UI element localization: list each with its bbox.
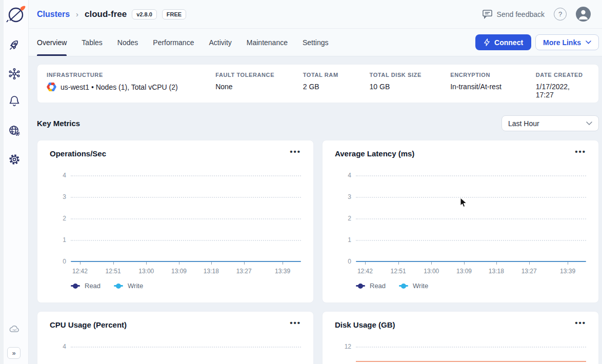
feedback-bubble-icon	[482, 9, 493, 19]
legend-write: Write	[114, 282, 143, 290]
info-field-date-created: DATE CREATED 1/17/2022, 17:27	[536, 72, 589, 103]
chart-cpu-usage: CPU Usage (Percent) ••• 4	[37, 311, 314, 364]
y-tick: 4	[54, 172, 66, 179]
chart-menu-icon[interactable]: •••	[290, 149, 301, 154]
y-tick: 4	[339, 172, 351, 179]
settings-gear-icon[interactable]	[8, 153, 21, 166]
time-range-value: Last Hour	[508, 119, 539, 128]
y-tick: 1	[339, 236, 351, 244]
chart-title: Disk Usage (GB)	[335, 320, 395, 329]
y-tick: 3	[339, 193, 351, 200]
field-value: None	[215, 83, 303, 91]
field-value: 1/17/2022, 17:27	[536, 83, 589, 99]
sidebar-expand-button[interactable]: »	[7, 347, 21, 359]
user-avatar[interactable]	[576, 7, 591, 22]
x-tick-label: 13:09	[456, 268, 472, 275]
field-value: 2 GB	[303, 83, 370, 91]
chart-menu-icon[interactable]: •••	[575, 320, 586, 326]
cluster-tabs-bar: Overview Tables Nodes Performance Activi…	[29, 29, 602, 56]
x-tick-label: 13:09	[171, 268, 187, 275]
chart-average-latency: Average Latency (ms) ••• 4 3 2 1 0 12:42…	[322, 140, 599, 303]
chart-menu-icon[interactable]: •••	[290, 320, 301, 326]
field-label: INFRASTRUCTURE	[47, 72, 215, 78]
legend-read: Read	[356, 282, 386, 290]
tab-performance[interactable]: Performance	[153, 29, 194, 56]
more-links-button[interactable]: More Links	[535, 34, 599, 50]
chart-menu-icon[interactable]: •••	[575, 149, 586, 154]
send-feedback-label: Send feedback	[497, 10, 545, 18]
info-field-total-disk: TOTAL DISK SIZE 10 GB	[370, 72, 451, 103]
field-value: us-west1 • Nodes (1), Total vCPU (2)	[61, 83, 178, 91]
info-field-infrastructure: INFRASTRUCTURE us-west1 • Nodes (1), Tot…	[47, 72, 215, 103]
y-tick: 12	[339, 343, 351, 350]
read-series-marker	[71, 285, 80, 287]
cluster-info-panel: INFRASTRUCTURE us-west1 • Nodes (1), Tot…	[37, 64, 599, 103]
y-tick: 0	[54, 258, 66, 265]
help-icon[interactable]: ?	[554, 8, 567, 21]
y-tick: 2	[54, 215, 66, 222]
legend-read: Read	[71, 282, 101, 290]
info-field-fault-tolerance: FAULT TOLERANCE None	[215, 72, 303, 103]
x-tick-label: 13:27	[236, 268, 252, 275]
legend-write: Write	[399, 282, 428, 290]
y-tick: 3	[54, 193, 66, 200]
x-tick-label: 13:27	[521, 268, 537, 275]
tier-badge: FREE	[162, 9, 186, 19]
left-sidebar: »	[0, 0, 29, 364]
tab-maintenance[interactable]: Maintenance	[247, 29, 288, 56]
connect-label: Connect	[494, 38, 523, 47]
field-value: 10 GB	[370, 83, 451, 91]
x-tick-label: 12:51	[391, 268, 406, 275]
chart-title: Operations/Sec	[50, 149, 106, 158]
field-label: FAULT TOLERANCE	[215, 72, 303, 78]
info-field-encryption: ENCRYPTION In-transit/At-rest	[450, 72, 536, 103]
network-globe-settings-icon[interactable]	[8, 125, 21, 137]
app-logo[interactable]	[5, 3, 28, 26]
connect-button[interactable]: Connect	[475, 34, 531, 50]
chart-title: CPU Usage (Percent)	[50, 320, 127, 329]
x-tick-label: 13:00	[424, 268, 439, 275]
y-tick: 4	[54, 343, 66, 350]
x-tick-label: 13:18	[489, 268, 504, 275]
breadcrumb-separator: ›	[76, 10, 78, 18]
tab-overview[interactable]: Overview	[37, 29, 67, 56]
y-tick: 0	[339, 258, 351, 265]
tab-nodes[interactable]: Nodes	[117, 29, 138, 56]
chevron-down-icon	[586, 122, 592, 125]
alerts-bell-icon[interactable]	[8, 95, 21, 107]
x-tick-label: 13:00	[138, 268, 154, 275]
tab-activity[interactable]: Activity	[209, 29, 231, 56]
chart-title: Average Latency (ms)	[335, 149, 414, 158]
field-value: In-transit/At-rest	[450, 83, 536, 91]
field-label: TOTAL RAM	[303, 72, 370, 78]
flat-zero-series-line	[356, 261, 586, 262]
tab-tables[interactable]: Tables	[82, 29, 102, 56]
flat-zero-series-line	[71, 261, 301, 262]
version-badge: v2.8.0	[132, 9, 157, 19]
send-feedback-button[interactable]: Send feedback	[482, 9, 545, 19]
breadcrumb-clusters-link[interactable]: Clusters	[37, 10, 70, 19]
time-range-dropdown[interactable]: Last Hour	[501, 115, 599, 131]
tab-settings[interactable]: Settings	[303, 29, 329, 56]
field-label: TOTAL DISK SIZE	[370, 72, 451, 78]
top-header: Clusters › cloud-free v2.8.0 FREE Send f…	[29, 0, 602, 29]
x-tick-label: 13:18	[204, 268, 219, 275]
chart-legend: Read Write	[71, 282, 143, 290]
chart-operations-per-sec: Operations/Sec ••• 4 3 2 1 0 12:42 12:51	[37, 140, 314, 303]
chart-disk-usage: Disk Usage (GB) ••• 12	[322, 311, 599, 364]
write-series-marker	[399, 285, 408, 287]
x-tick-label: 12:51	[106, 268, 121, 275]
cluster-network-icon[interactable]	[8, 68, 21, 80]
planet-rocket-logo-icon	[5, 3, 28, 26]
rocket-icon[interactable]	[8, 39, 21, 51]
write-series-marker	[114, 285, 123, 287]
x-tick-label: 12:42	[72, 268, 88, 275]
x-tick-label: 12:42	[357, 268, 373, 275]
y-tick: 1	[54, 236, 66, 244]
disk-limit-line	[356, 361, 586, 362]
gcp-cloud-icon	[47, 83, 56, 91]
cloud-status-icon[interactable]	[8, 323, 21, 335]
x-tick-label: 13:39	[560, 268, 575, 275]
info-field-total-ram: TOTAL RAM 2 GB	[303, 72, 370, 103]
x-tick-label: 13:39	[275, 268, 290, 275]
